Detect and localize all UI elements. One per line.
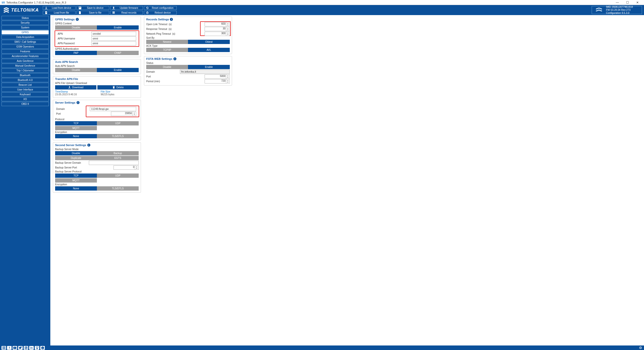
pap-button[interactable]: PAP: [55, 51, 97, 55]
sidebar-item-auto-geofence[interactable]: Auto Geofence: [2, 59, 49, 63]
spin-up-icon[interactable]: ▲: [226, 32, 230, 34]
sidebar-item-gsm-operators[interactable]: GSM Operators: [2, 45, 49, 49]
bk-egts-button[interactable]: EGTS: [97, 156, 139, 160]
update-firmware-button[interactable]: Update firmware: [110, 6, 143, 10]
resp-input[interactable]: 30▲▼: [205, 27, 230, 31]
maximize-button[interactable]: ☐: [622, 0, 632, 5]
sidebar-item-bluetooth-4-0[interactable]: Bluetooth 4.0: [2, 78, 49, 82]
apn-user-input[interactable]: [91, 36, 136, 41]
spin-down-icon[interactable]: ▼: [226, 29, 230, 31]
oldest-button[interactable]: Oldest: [188, 40, 230, 44]
tcp-button[interactable]: TCP: [55, 121, 97, 125]
ping-input[interactable]: 300▲▼: [205, 32, 230, 36]
bk-udp-button[interactable]: UDP: [97, 173, 139, 178]
sidebar-item-bluetooth[interactable]: Bluetooth: [2, 73, 49, 77]
info-icon[interactable]: i: [76, 18, 79, 21]
sidebar-item-data-acquisition[interactable]: Data Acquisition: [2, 35, 49, 39]
sidebar-item-gprs[interactable]: GPRS: [2, 30, 49, 34]
info-icon[interactable]: i: [173, 57, 176, 60]
gprs-enable-button[interactable]: Enable: [97, 25, 139, 30]
sidebar-item-trip-odometer[interactable]: Trip \ Odometer: [2, 68, 49, 73]
spin-up-icon[interactable]: ▲: [135, 166, 138, 168]
bk-backup-button[interactable]: Backup: [97, 151, 139, 155]
load-from-device-button[interactable]: Load from device: [43, 6, 75, 10]
sidebar-item-manual-geofence[interactable]: Manual Geofence: [2, 64, 49, 68]
fota-port-input[interactable]: 5000▲▼: [205, 74, 230, 79]
reset-config-button[interactable]: Reset configuration: [144, 6, 177, 10]
spin-down-icon[interactable]: ▼: [226, 77, 230, 79]
linkedin-icon[interactable]: in: [29, 346, 34, 350]
minimize-button[interactable]: —: [612, 0, 622, 5]
apn-input[interactable]: [91, 32, 136, 36]
sidebar-item-obd-ii[interactable]: OBD II: [2, 102, 49, 106]
chap-button[interactable]: CHAP: [97, 51, 139, 55]
autoapn-disable-button[interactable]: Disable: [55, 68, 97, 72]
spin-down-icon[interactable]: ▼: [135, 168, 138, 170]
save-to-device-button[interactable]: Save to device: [77, 6, 109, 10]
bk-tls-button[interactable]: TLS/DTLS: [97, 186, 139, 191]
bk-disable-button[interactable]: Disable: [55, 151, 97, 155]
bk-port-input[interactable]: 0▲▼: [113, 165, 139, 170]
server-port-input[interactable]: 20856▲▼: [111, 112, 136, 116]
grid-icon[interactable]: [2, 346, 6, 350]
gprs-disable-button[interactable]: Disable: [55, 25, 97, 30]
youtube-icon[interactable]: [13, 346, 17, 350]
fota-disable-button[interactable]: Disable: [146, 65, 188, 69]
spin-down-icon[interactable]: ▼: [226, 81, 230, 83]
info-icon[interactable]: i: [77, 101, 80, 104]
spin-up-icon[interactable]: ▲: [226, 27, 230, 29]
twitter-icon[interactable]: [18, 346, 23, 350]
bk-none-button[interactable]: None: [55, 186, 97, 191]
sidebar-item-user-interface[interactable]: User Interface: [2, 88, 49, 92]
close-button[interactable]: ✕: [632, 0, 642, 5]
facebook-icon[interactable]: f: [7, 346, 12, 350]
sidebar-item-beacon-list[interactable]: Beacon List: [2, 83, 49, 87]
sidebar-item-system[interactable]: System: [2, 25, 49, 30]
info-icon[interactable]: i: [170, 18, 173, 21]
spin-up-icon[interactable]: ▲: [226, 22, 230, 24]
read-records-button[interactable]: Read records: [110, 11, 143, 15]
bk-tcp-button[interactable]: TCP: [55, 173, 97, 178]
sidebar-item-i-o[interactable]: I/O: [2, 97, 49, 101]
sidebar-item-accelerometer-features[interactable]: Accelerometer Features: [2, 54, 49, 58]
wiki-icon[interactable]: [35, 346, 39, 350]
newest-button[interactable]: Newest: [146, 40, 188, 44]
enc-tls-button[interactable]: TLS/DTLS: [97, 134, 139, 138]
spin-up-icon[interactable]: ▲: [226, 75, 230, 77]
save-to-file-button[interactable]: Save to file: [77, 11, 109, 15]
enc-none-button[interactable]: None: [55, 134, 97, 138]
spin-down-icon[interactable]: ▼: [226, 34, 230, 36]
settings-gear-icon[interactable]: ⚙: [638, 346, 642, 350]
avl-button[interactable]: AVL: [188, 48, 230, 52]
spin-down-icon[interactable]: ▼: [133, 114, 136, 116]
fota-enable-button[interactable]: Enable: [188, 65, 230, 69]
udp-button[interactable]: UDP: [97, 121, 139, 125]
download-icon: [45, 7, 48, 10]
bk-domain-input[interactable]: [89, 161, 139, 165]
reboot-device-button[interactable]: Reboot device: [144, 11, 177, 15]
spin-up-icon[interactable]: ▲: [226, 79, 230, 81]
delete-button[interactable]: Delete: [97, 85, 139, 90]
sidebar-item-status[interactable]: Status: [2, 16, 49, 20]
info-icon[interactable]: i: [87, 144, 90, 147]
sidebar-item-security[interactable]: Security: [2, 21, 49, 25]
spin-down-icon[interactable]: ▼: [226, 24, 230, 26]
server-domain-input[interactable]: [90, 107, 136, 111]
instagram-icon[interactable]: [24, 346, 28, 350]
sidebar-item-features[interactable]: Features: [2, 49, 49, 54]
open-link-input[interactable]: 600▲▼: [205, 22, 230, 26]
mqtt-button[interactable]: MQTT: [55, 126, 97, 130]
download-button[interactable]: Download: [55, 85, 96, 90]
apn-pass-input[interactable]: [91, 41, 136, 46]
autoapn-enable-button[interactable]: Enable: [97, 68, 139, 72]
load-from-file-button[interactable]: Load from file: [43, 11, 75, 15]
fota-period-input[interactable]: 720▲▼: [205, 79, 230, 83]
help-icon[interactable]: i: [40, 346, 45, 350]
bk-mqtt-button[interactable]: MQTT: [55, 178, 97, 183]
bk-duplicate-button[interactable]: Duplicate: [55, 156, 97, 160]
tcpip-button[interactable]: TCP/IP: [146, 48, 188, 52]
sidebar-item-sms-call-settings[interactable]: SMS \ Call Settings: [2, 40, 49, 44]
sidebar: StatusSecuritySystemGPRSData Acquisition…: [0, 15, 50, 345]
spin-up-icon[interactable]: ▲: [133, 112, 136, 114]
sidebar-item-keyboard[interactable]: Keyboard: [2, 92, 49, 97]
